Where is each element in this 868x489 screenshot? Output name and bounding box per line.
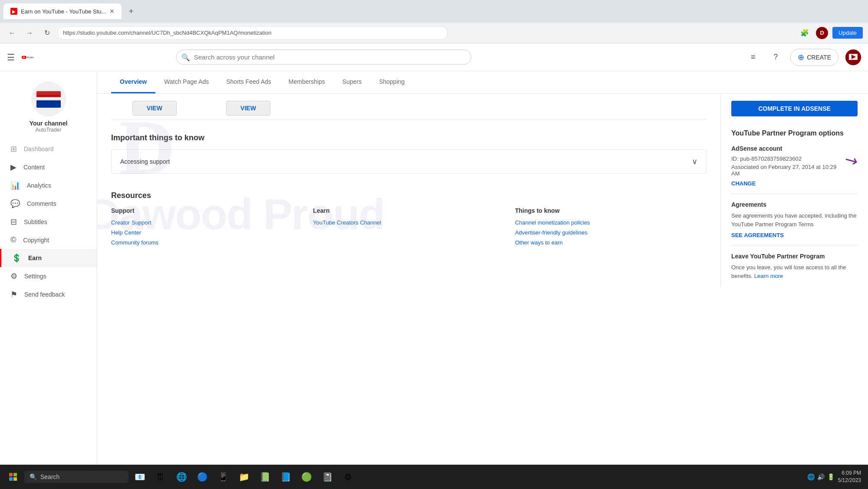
channel-avatar[interactable] xyxy=(845,50,861,65)
notifications-icon[interactable]: ≡ xyxy=(745,50,761,65)
taskbar-app-mail[interactable]: 📧 xyxy=(130,467,149,486)
youtube-icon: Studio xyxy=(22,53,36,62)
agreements-title: Agreements xyxy=(731,201,858,208)
partner-program-section: YouTube Partner Program options AdSense … xyxy=(731,129,858,280)
accordion-accessing-support[interactable]: Accessing support ∨ xyxy=(111,149,707,174)
monetization-policies-link[interactable]: Channel monetization policies xyxy=(515,219,707,226)
svg-rect-13 xyxy=(9,477,13,481)
resources-grid: Support Creator Support Help Center Comm… xyxy=(111,207,707,249)
app-topbar: ☰ Studio 🔍 ≡ ? ⊕ CREATE xyxy=(0,43,868,71)
taskbar-app-edge[interactable]: 🌐 xyxy=(172,467,191,486)
channel-logo xyxy=(31,82,66,116)
taskbar-app-excel[interactable]: 📗 xyxy=(255,467,274,486)
sidebar-item-analytics[interactable]: 📊 Analytics xyxy=(0,176,97,195)
view-button-2[interactable]: VIEW xyxy=(226,101,270,116)
back-button[interactable]: ← xyxy=(5,26,19,40)
new-tab-button[interactable]: + xyxy=(125,5,137,17)
leave-title: Leave YouTube Partner Program xyxy=(731,253,858,260)
taskbar-app-chrome[interactable]: 🔵 xyxy=(193,467,212,486)
tab-overview[interactable]: Overview xyxy=(111,71,155,93)
active-tab[interactable]: ▶ Earn on YouTube - YouTube Stu... ✕ xyxy=(3,3,122,19)
edge-icon: 🌐 xyxy=(176,472,187,482)
channel-info: Your channel AutoTrader xyxy=(0,71,97,140)
yt-creators-link[interactable]: YouTube Creators Channel xyxy=(313,219,504,226)
tab-shopping[interactable]: Shopping xyxy=(370,71,413,93)
svg-text:Studio: Studio xyxy=(26,56,33,59)
resources-title: Resources xyxy=(111,191,707,200)
taskbar-app-calendar[interactable]: 🗓 xyxy=(151,467,170,486)
browser-controls: ← → ↻ https://studio.youtube.com/channel… xyxy=(0,23,868,43)
resource-col-support: Support Creator Support Help Center Comm… xyxy=(111,207,302,249)
sidebar-label-feedback: Send feedback xyxy=(24,291,65,298)
taskbar-app-app1[interactable]: 🟢 xyxy=(297,467,316,486)
sidebar-item-dashboard[interactable]: ⊞ Dashboard xyxy=(0,140,97,158)
taskbar-search-icon: 🔍 xyxy=(30,473,37,480)
accordion-chevron-icon: ∨ xyxy=(692,157,697,166)
word-icon: 📘 xyxy=(280,472,291,482)
create-button[interactable]: ⊕ CREATE xyxy=(790,49,838,66)
accordion-header[interactable]: Accessing support ∨ xyxy=(112,150,706,173)
taskbar-app-settings[interactable]: ⚙ xyxy=(339,467,358,486)
complete-adsense-button[interactable]: COMPLETE IN ADSENSE xyxy=(731,101,858,116)
taskbar-search[interactable]: 🔍 Search xyxy=(24,471,128,483)
tab-supers[interactable]: Supers xyxy=(334,71,370,93)
tab-shorts-feed-ads[interactable]: Shorts Feed Ads xyxy=(217,71,280,93)
sidebar-item-content[interactable]: ▶ Content xyxy=(0,158,97,176)
files-icon: 📁 xyxy=(239,472,250,482)
search-input[interactable] xyxy=(176,50,471,65)
view-buttons-row: VIEW VIEW xyxy=(111,94,707,119)
community-forums-link[interactable]: Community forums xyxy=(111,239,302,246)
tab-close-btn[interactable]: ✕ xyxy=(109,8,115,15)
sidebar: Your channel AutoTrader ⊞ Dashboard ▶ Co… xyxy=(0,43,97,489)
sidebar-label-earn: Earn xyxy=(28,254,42,261)
other-ways-earn-link[interactable]: Other ways to earn xyxy=(515,239,707,246)
settings-taskbar-icon: ⚙ xyxy=(344,472,352,482)
svg-rect-9 xyxy=(36,95,61,96)
start-button[interactable] xyxy=(3,467,23,486)
see-agreements-link[interactable]: SEE AGREEMENTS xyxy=(731,232,858,238)
profile-avatar: D xyxy=(816,27,828,39)
resource-col-learn: Learn YouTube Creators Channel xyxy=(313,207,504,249)
taskbar-clock: 6:09 PM 5/12/2023 xyxy=(838,469,861,484)
sidebar-item-earn[interactable]: 💲 Earn xyxy=(0,249,97,267)
advertiser-friendly-link[interactable]: Advertiser-friendly guidelines xyxy=(515,229,707,236)
sidebar-label-copyright: Copyright xyxy=(23,237,49,244)
sidebar-item-comments[interactable]: 💬 Comments xyxy=(0,195,97,213)
hamburger-menu[interactable]: ☰ xyxy=(7,52,15,63)
taskbar-app-files[interactable]: 📁 xyxy=(234,467,253,486)
change-adsense-link[interactable]: CHANGE xyxy=(731,180,858,187)
taskbar-app-word[interactable]: 📘 xyxy=(276,467,295,486)
address-bar[interactable]: https://studio.youtube.com/channel/UC7Dh… xyxy=(57,26,448,40)
sidebar-item-feedback[interactable]: ⚑ Send feedback xyxy=(0,285,97,304)
create-plus-icon: ⊕ xyxy=(798,53,804,62)
taskbar-app-whatsapp[interactable]: 📱 xyxy=(214,467,233,486)
sidebar-item-settings[interactable]: ⚙ Settings xyxy=(0,267,97,285)
svg-rect-8 xyxy=(36,101,61,108)
side-panel: COMPLETE IN ADSENSE YouTube Partner Prog… xyxy=(720,94,868,287)
help-icon[interactable]: ? xyxy=(768,50,783,65)
view-btn-2-container: VIEW xyxy=(205,101,292,116)
profile-icon[interactable]: D xyxy=(815,26,829,40)
content-area: D Dawood Proud VIEW VIEW Important thing… xyxy=(97,94,868,287)
divider-1 xyxy=(731,194,858,194)
agreements-section: Agreements See agreements you have accep… xyxy=(731,201,858,238)
view-button-1[interactable]: VIEW xyxy=(132,101,177,116)
sidebar-item-copyright[interactable]: © Copyright xyxy=(0,231,97,249)
youtube-studio-logo[interactable]: Studio xyxy=(22,53,36,62)
chrome-icon: 🔵 xyxy=(197,472,208,482)
forward-button[interactable]: → xyxy=(23,26,36,40)
tab-watch-page-ads[interactable]: Watch Page Ads xyxy=(155,71,217,93)
tab-memberships[interactable]: Memberships xyxy=(280,71,334,93)
help-center-link[interactable]: Help Center xyxy=(111,229,302,236)
leave-text: Once you leave, you will lose access to … xyxy=(731,263,858,280)
taskbar-app-notion[interactable]: 📓 xyxy=(318,467,337,486)
sidebar-label-comments: Comments xyxy=(27,200,56,207)
extensions-icon[interactable]: 🧩 xyxy=(798,26,812,40)
content-icon: ▶ xyxy=(10,162,16,172)
update-button[interactable]: Update xyxy=(832,27,863,39)
sidebar-label-subtitles: Subtitles xyxy=(24,218,47,225)
refresh-button[interactable]: ↻ xyxy=(40,26,54,40)
creator-support-link[interactable]: Creator Support xyxy=(111,219,302,226)
learn-more-link[interactable]: Learn more xyxy=(754,273,783,279)
sidebar-item-subtitles[interactable]: ⊟ Subtitles xyxy=(0,213,97,231)
